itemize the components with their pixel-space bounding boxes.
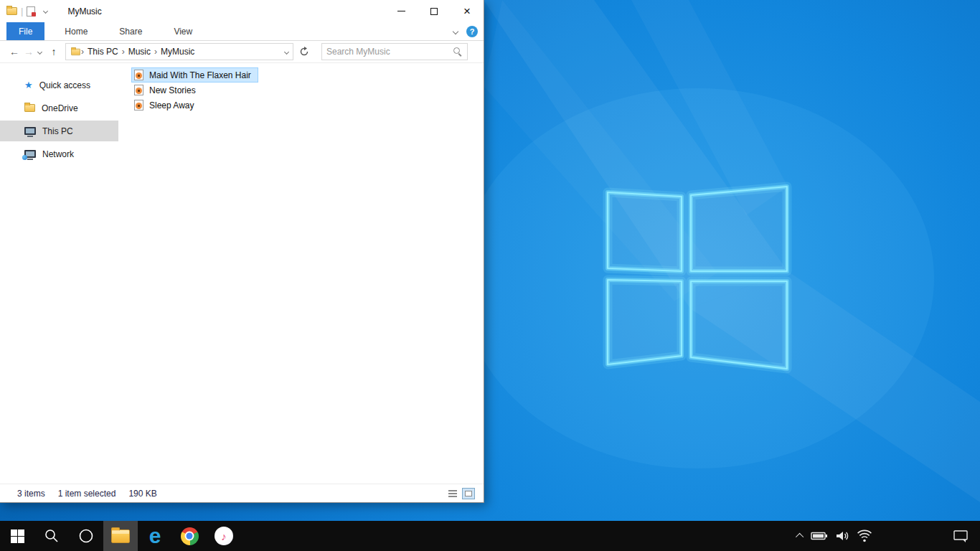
file-item-maid-with-the-flaxen-hair[interactable]: Maid With The Flaxen Hair (131, 67, 258, 83)
volume-icon[interactable] (835, 529, 849, 542)
taskbar: e ♪ (0, 521, 980, 551)
navigation-pane: ★ Quick access OneDrive This PC Network (0, 63, 118, 484)
crumb-music[interactable]: Music (125, 47, 154, 57)
cortana-button[interactable] (69, 521, 103, 551)
address-dropdown-chevron-icon[interactable] (284, 49, 289, 54)
search-icon[interactable] (453, 47, 463, 57)
sidebar-item-quick-access[interactable]: ★ Quick access (0, 75, 118, 95)
explorer-icon (6, 7, 17, 15)
quick-access-star-icon: ★ (24, 80, 33, 90)
refresh-button[interactable] (297, 47, 311, 57)
crumb-this-pc[interactable]: This PC (84, 47, 122, 57)
action-center-icon (953, 529, 969, 543)
search-input[interactable] (326, 47, 453, 57)
sidebar-item-label: OneDrive (42, 103, 78, 113)
help-button[interactable]: ? (466, 26, 478, 37)
title-bar: | MyMusic × (0, 0, 484, 22)
maximize-button[interactable] (418, 0, 451, 22)
sidebar-item-label: Network (42, 149, 74, 159)
edge-icon: e (149, 525, 161, 547)
ribbon-tab-strip: File Home Share View ? (0, 22, 484, 41)
close-icon: × (463, 5, 471, 17)
search-box (321, 43, 468, 60)
qat-customize-chevron-icon[interactable] (43, 9, 48, 14)
minimize-icon (397, 11, 405, 11)
chrome-icon (181, 527, 199, 545)
search-icon (44, 528, 60, 544)
taskbar-chrome-button[interactable] (172, 521, 207, 551)
battery-icon[interactable] (811, 531, 828, 541)
sidebar-item-label: Quick access (39, 80, 90, 90)
address-bar-row: ← → ↑ › This PC › Music › MyMusic (0, 41, 484, 63)
caption-buttons: × (385, 0, 484, 22)
file-explorer-window: | MyMusic × File Home Share View ? ← → ↑… (0, 0, 484, 503)
system-tray (798, 521, 872, 551)
music-file-icon (134, 85, 143, 95)
status-selection: 1 item selected (58, 489, 116, 499)
status-size: 190 KB (128, 489, 156, 499)
status-bar: 3 items 1 item selected 190 KB (0, 484, 484, 502)
refresh-icon (299, 47, 309, 57)
breadcrumb[interactable]: › This PC › Music › MyMusic (65, 43, 293, 60)
file-name: Sleep Away (149, 100, 194, 110)
tab-home[interactable]: Home (53, 22, 99, 40)
start-button[interactable] (0, 521, 34, 551)
this-pc-icon (24, 127, 36, 135)
minimize-button[interactable] (385, 0, 418, 22)
tray-chevron-up-icon[interactable] (796, 533, 804, 541)
file-item-new-stories[interactable]: New Stories (131, 83, 203, 98)
taskbar-itunes-button[interactable]: ♪ (207, 521, 241, 551)
onedrive-icon (24, 104, 35, 112)
qat-separator: | (21, 6, 23, 17)
network-globe-icon (22, 155, 27, 160)
music-file-icon (134, 70, 143, 80)
close-button[interactable]: × (451, 0, 484, 22)
qat-properties-icon[interactable] (27, 6, 35, 17)
explorer-main: ★ Quick access OneDrive This PC Network … (0, 63, 484, 484)
cortana-icon (78, 528, 94, 544)
location-folder-icon (71, 48, 80, 55)
tab-file[interactable]: File (6, 22, 44, 40)
ribbon-expand-chevron-icon[interactable] (453, 28, 458, 34)
recent-locations-chevron-icon[interactable] (37, 49, 42, 54)
file-name: Maid With The Flaxen Hair (149, 70, 251, 80)
tab-share[interactable]: Share (108, 22, 154, 40)
file-explorer-icon (111, 529, 130, 543)
crumb-mymusic[interactable]: MyMusic (157, 47, 198, 57)
taskbar-edge-button[interactable]: e (138, 521, 172, 551)
tab-view[interactable]: View (162, 22, 204, 40)
file-list: Maid With The Flaxen Hair New Stories Sl… (131, 67, 258, 113)
file-item-sleep-away[interactable]: Sleep Away (131, 98, 202, 113)
view-toggle-buttons (447, 488, 475, 499)
sidebar-item-label: This PC (42, 126, 73, 136)
window-title: MyMusic (67, 6, 101, 17)
action-center-button[interactable] (947, 521, 974, 551)
sidebar-item-network[interactable]: Network (0, 143, 118, 164)
music-file-icon (134, 100, 143, 110)
sidebar-item-onedrive[interactable]: OneDrive (0, 98, 118, 118)
maximize-icon (430, 8, 438, 15)
taskbar-file-explorer-button[interactable] (103, 521, 138, 551)
ribbon-right-controls: ? (453, 22, 478, 40)
thumbnail-view-button[interactable] (462, 488, 475, 499)
start-icon (11, 529, 24, 543)
sidebar-item-this-pc[interactable]: This PC (0, 121, 118, 141)
network-icon (24, 150, 36, 158)
forward-button[interactable]: → (22, 46, 36, 57)
itunes-icon: ♪ (215, 527, 233, 545)
status-item-count: 3 items (17, 489, 45, 499)
file-name: New Stories (149, 85, 196, 95)
taskbar-search-button[interactable] (34, 521, 69, 551)
back-button[interactable]: ← (7, 46, 22, 57)
up-button[interactable]: ↑ (47, 46, 61, 57)
wifi-icon[interactable] (857, 529, 872, 542)
details-view-button[interactable] (447, 489, 458, 499)
